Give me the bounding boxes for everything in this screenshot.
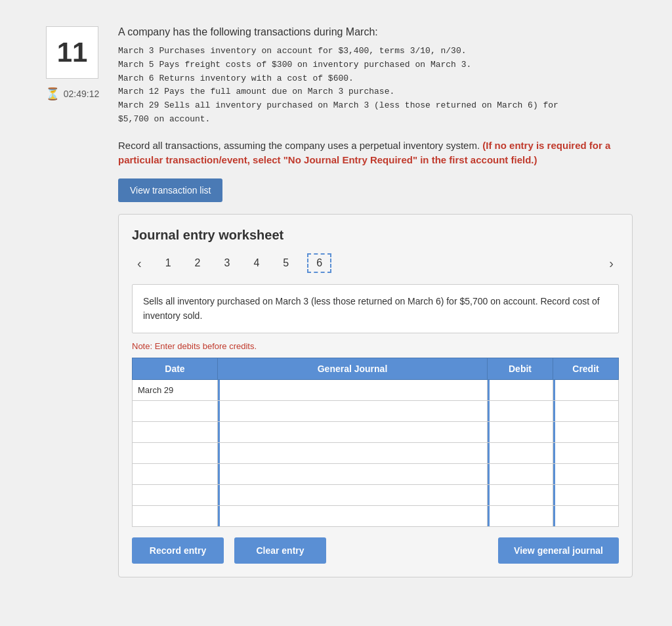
- journal-input-1[interactable]: [218, 380, 487, 400]
- date-cell-3: [133, 421, 218, 442]
- table-row: [133, 484, 619, 505]
- credit-cell-5[interactable]: [553, 463, 619, 484]
- table-row: [133, 421, 619, 442]
- problem-text: March 3 Purchases inventory on account f…: [118, 45, 633, 127]
- nav-num-5[interactable]: 5: [278, 255, 294, 272]
- date-cell-1: March 29: [133, 379, 218, 400]
- journal-input-4[interactable]: [218, 443, 487, 463]
- nav-num-4[interactable]: 4: [248, 255, 264, 272]
- credit-input-3[interactable]: [553, 422, 618, 442]
- journal-input-7[interactable]: [218, 506, 487, 526]
- left-column: 11 ⏳ 02:49:12: [39, 26, 105, 577]
- debit-cell-5[interactable]: [488, 463, 553, 484]
- journal-cell-5[interactable]: [218, 463, 488, 484]
- credit-cell-7[interactable]: [553, 505, 619, 526]
- debit-input-2[interactable]: [488, 401, 553, 421]
- nav-numbers: 1 2 3 4 5 6: [160, 253, 331, 273]
- journal-input-2[interactable]: [218, 401, 487, 421]
- journal-table: Date General Journal Debit Credit March …: [132, 358, 619, 527]
- question-number: 11: [57, 37, 88, 68]
- credit-input-2[interactable]: [553, 401, 618, 421]
- credit-cell-2[interactable]: [553, 400, 619, 421]
- table-row: [133, 505, 619, 526]
- debit-input-6[interactable]: [488, 485, 553, 505]
- worksheet-container: Journal entry worksheet ‹ 1 2 3 4 5 6 › …: [118, 214, 633, 577]
- problem-line-4: March 12 Pays the full amount due on Mar…: [118, 85, 633, 99]
- debit-input-4[interactable]: [488, 443, 553, 463]
- table-row: March 29: [133, 379, 619, 400]
- table-row: [133, 463, 619, 484]
- header-credit: Credit: [553, 358, 619, 379]
- nav-num-2[interactable]: 2: [190, 255, 206, 272]
- journal-input-6[interactable]: [218, 485, 487, 505]
- clear-entry-button[interactable]: Clear entry: [234, 537, 326, 564]
- nav-num-1[interactable]: 1: [160, 255, 177, 272]
- timer-label: 02:49:12: [64, 89, 100, 99]
- header-date: Date: [133, 358, 218, 379]
- view-transaction-button[interactable]: View transaction list: [118, 178, 222, 202]
- nav-num-3[interactable]: 3: [219, 255, 235, 272]
- credit-cell-6[interactable]: [553, 484, 619, 505]
- date-cell-5: [133, 463, 218, 484]
- note-text: Note: Enter debits before credits.: [132, 341, 619, 351]
- question-number-box: 11: [46, 26, 98, 79]
- nav-prev-arrow[interactable]: ‹: [132, 253, 147, 274]
- record-entry-button[interactable]: Record entry: [132, 537, 224, 564]
- journal-cell-1[interactable]: [218, 379, 488, 400]
- credit-input-1[interactable]: [553, 380, 618, 400]
- timer-icon: ⏳: [45, 87, 60, 101]
- page-container: 11 ⏳ 02:49:12 A company has the followin…: [13, 13, 659, 604]
- journal-input-5[interactable]: [218, 464, 487, 484]
- problem-title: A company has the following transactions…: [118, 26, 633, 38]
- credit-cell-3[interactable]: [553, 421, 619, 442]
- header-journal: General Journal: [218, 358, 488, 379]
- journal-input-3[interactable]: [218, 422, 487, 442]
- nav-row: ‹ 1 2 3 4 5 6 ›: [132, 253, 619, 274]
- date-cell-2: [133, 400, 218, 421]
- problem-line-2: March 5 Pays freight costs of $300 on in…: [118, 58, 633, 72]
- top-section: 11 ⏳ 02:49:12 A company has the followin…: [39, 26, 633, 577]
- description-box: Sells all inventory purchased on March 3…: [132, 284, 619, 333]
- date-cell-7: [133, 505, 218, 526]
- instructions-plain: Record all transactions, assuming the co…: [118, 140, 482, 151]
- credit-input-6[interactable]: [553, 485, 618, 505]
- worksheet-title: Journal entry worksheet: [132, 228, 619, 243]
- debit-cell-4[interactable]: [488, 442, 553, 463]
- debit-cell-2[interactable]: [488, 400, 553, 421]
- debit-cell-6[interactable]: [488, 484, 553, 505]
- debit-input-5[interactable]: [488, 464, 553, 484]
- credit-input-7[interactable]: [553, 506, 618, 526]
- table-row: [133, 400, 619, 421]
- journal-cell-3[interactable]: [218, 421, 488, 442]
- debit-cell-3[interactable]: [488, 421, 553, 442]
- journal-cell-2[interactable]: [218, 400, 488, 421]
- table-row: [133, 442, 619, 463]
- debit-cell-1[interactable]: [488, 379, 553, 400]
- date-cell-4: [133, 442, 218, 463]
- nav-next-arrow[interactable]: ›: [604, 253, 619, 274]
- debit-input-1[interactable]: [488, 380, 553, 400]
- buttons-row: Record entry Clear entry View general jo…: [132, 537, 619, 564]
- journal-cell-4[interactable]: [218, 442, 488, 463]
- header-debit: Debit: [488, 358, 553, 379]
- journal-cell-7[interactable]: [218, 505, 488, 526]
- problem-line-1: March 3 Purchases inventory on account f…: [118, 45, 633, 58]
- credit-input-4[interactable]: [553, 443, 618, 463]
- date-cell-6: [133, 484, 218, 505]
- credit-cell-1[interactable]: [553, 379, 619, 400]
- debit-input-3[interactable]: [488, 422, 553, 442]
- credit-cell-4[interactable]: [553, 442, 619, 463]
- credit-input-5[interactable]: [553, 464, 618, 484]
- problem-line-3: March 6 Returns inventory with a cost of…: [118, 72, 633, 86]
- timer-box: ⏳ 02:49:12: [45, 87, 100, 101]
- debit-input-7[interactable]: [488, 506, 553, 526]
- right-column: A company has the following transactions…: [118, 26, 633, 577]
- debit-cell-7[interactable]: [488, 505, 553, 526]
- view-general-journal-button[interactable]: View general journal: [498, 537, 619, 564]
- nav-num-6[interactable]: 6: [307, 253, 331, 273]
- journal-cell-6[interactable]: [218, 484, 488, 505]
- problem-line-5: March 29 Sells all inventory purchased o…: [118, 99, 633, 113]
- instructions: Record all transactions, assuming the co…: [118, 138, 633, 168]
- problem-line-6: $5,700 on account.: [118, 113, 633, 127]
